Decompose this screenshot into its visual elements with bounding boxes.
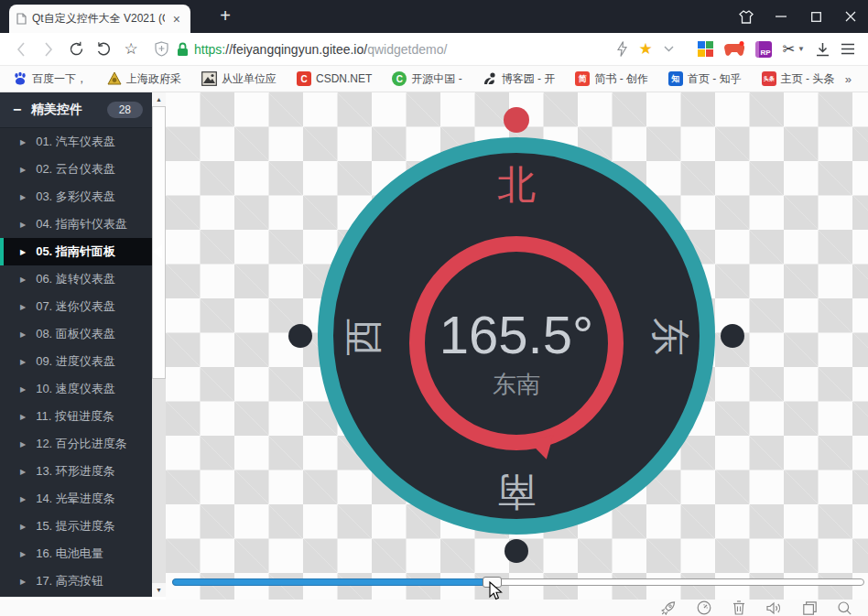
bookmark-label: 上海政府采	[126, 71, 181, 87]
demo-canvas: 北 西 东 南 165.5° 东南	[166, 92, 868, 600]
menu-icon[interactable]	[841, 43, 855, 55]
new-tab-button[interactable]: +	[212, 4, 238, 29]
sidebar-item-13[interactable]: ▶13. 环形进度条	[0, 458, 152, 485]
lightning-boost-icon[interactable]	[617, 41, 627, 57]
booster-rocket-icon[interactable]	[661, 601, 676, 615]
bookmark-cnblogs[interactable]: 博客园 - 开	[483, 71, 556, 87]
sidebar: − 精美控件 28 ▶01. 汽车仪表盘 ▶02. 云台仪表盘 ▶03. 多彩仪…	[0, 92, 152, 597]
compass-east-label: 东	[646, 313, 693, 361]
restore-session-icon[interactable]	[90, 41, 117, 57]
csdn-icon: C	[297, 71, 311, 86]
sidebar-item-09[interactable]: ▶09. 进度仪表盘	[0, 348, 152, 375]
sidebar-item-03[interactable]: ▶03. 多彩仪表盘	[0, 183, 152, 211]
back-icon[interactable]	[7, 42, 35, 57]
sidebar-item-04[interactable]: ▶04. 指南针仪表盘	[0, 211, 152, 238]
sidebar-group-header[interactable]: − 精美控件 28	[0, 92, 152, 128]
favorited-star-icon[interactable]: ★	[638, 39, 652, 59]
sidebar-item-label: 17. 高亮按钮	[36, 573, 103, 589]
volume-icon[interactable]	[766, 601, 782, 615]
minimize-button[interactable]	[764, 0, 798, 33]
url-scheme: https:	[194, 42, 225, 57]
shield-adblock-icon[interactable]	[154, 41, 169, 57]
bookmarks-overflow-chevron[interactable]: »	[845, 72, 852, 86]
bookmark-oschina[interactable]: C 开源中国 -	[392, 71, 461, 87]
bookmark-zhihu[interactable]: 知 首页 - 知乎	[668, 71, 742, 87]
sidebar-item-17[interactable]: ▶17. 高亮按钮	[0, 567, 152, 595]
sidebar-item-label: 11. 按钮进度条	[36, 408, 114, 425]
sidebar-item-label: 14. 光晕进度条	[36, 491, 115, 507]
caret-right-icon: ▶	[20, 193, 26, 201]
sidebar-item-12[interactable]: ▶12. 百分比进度条	[0, 430, 152, 458]
resize-handle-top[interactable]	[504, 107, 529, 133]
bookmarks-bar: 百度一下， 上海政府采 从业单位应 C CSDN.NET C 开源中国 - 博客…	[0, 66, 868, 92]
resize-handle-left[interactable]	[288, 324, 312, 348]
sidebar-item-05-selected[interactable]: ▶05. 指南针面板	[0, 238, 152, 265]
rp-extension-icon[interactable]: RP	[755, 41, 772, 58]
multi-window-icon[interactable]	[803, 601, 817, 615]
close-button[interactable]	[833, 0, 868, 33]
scrollbar-thumb[interactable]	[152, 106, 166, 379]
sidebar-item-02[interactable]: ▶02. 云台仪表盘	[0, 156, 152, 183]
theme-skin-icon[interactable]	[729, 0, 764, 33]
trash-icon[interactable]	[732, 600, 745, 615]
bookmark-star-icon[interactable]: ☆	[117, 39, 145, 59]
bookmark-toutiao[interactable]: 头条 主页 - 头条	[762, 71, 835, 87]
rp-extension-label: RP	[761, 49, 771, 57]
speed-dial-icon[interactable]	[697, 600, 711, 615]
collapse-minus-icon[interactable]: −	[13, 102, 31, 118]
scroll-down-icon[interactable]: ▼	[152, 583, 166, 597]
url-host: //feiyangqingyun.gitee.io/	[225, 42, 367, 57]
sidebar-item-label: 15. 提示进度条	[36, 518, 115, 535]
sidebar-item-06[interactable]: ▶06. 旋转仪表盘	[0, 265, 152, 293]
url-text[interactable]: https://feiyangqingyun.gitee.io/qwidgetd…	[194, 42, 447, 57]
status-bar	[0, 600, 868, 616]
chevron-down-icon[interactable]	[664, 46, 674, 52]
caret-right-icon: ▶	[20, 495, 26, 503]
resize-handle-right[interactable]	[721, 324, 744, 348]
sidebar-item-14[interactable]: ▶14. 光晕进度条	[0, 485, 152, 513]
sidebar-item-16[interactable]: ▶16. 电池电量	[0, 540, 152, 567]
caret-right-icon: ▶	[20, 550, 26, 558]
search-zoom-icon[interactable]	[838, 601, 852, 615]
download-icon[interactable]	[816, 42, 830, 57]
bookmark-label: 主页 - 头条	[781, 71, 835, 87]
game-center-icon[interactable]	[724, 41, 744, 57]
maximize-button[interactable]	[798, 0, 833, 33]
tab-close-icon[interactable]: ×	[170, 12, 183, 27]
caret-right-icon: ▶	[20, 413, 26, 421]
extensions-grid-icon[interactable]	[698, 41, 713, 57]
selected-pointer-icon	[153, 244, 162, 259]
sidebar-item-label: 07. 迷你仪表盘	[36, 298, 115, 315]
sidebar-item-10[interactable]: ▶10. 速度仪表盘	[0, 375, 152, 403]
bookmark-csdn[interactable]: C CSDN.NET	[297, 71, 372, 86]
bookmark-label: 开源中国 -	[411, 71, 461, 87]
bookmark-label: 简书 - 创作	[594, 71, 648, 87]
bookmark-jianshu[interactable]: 简 简书 - 创作	[575, 71, 648, 87]
caret-right-icon: ▶	[20, 523, 26, 531]
refresh-icon[interactable]	[62, 41, 90, 57]
sidebar-item-08[interactable]: ▶08. 面板仪表盘	[0, 320, 152, 348]
bookmark-shanghai-gov[interactable]: 上海政府采	[107, 71, 181, 87]
cnblogs-icon	[483, 71, 497, 86]
scrollbar-track[interactable]	[152, 379, 166, 583]
sidebar-item-01[interactable]: ▶01. 汽车仪表盘	[0, 128, 152, 156]
forward-icon[interactable]	[35, 42, 62, 57]
screenshot-tool[interactable]: ✂▼	[783, 40, 805, 58]
sidebar-item-07[interactable]: ▶07. 迷你仪表盘	[0, 293, 152, 320]
baidu-paw-icon	[13, 71, 27, 86]
sidebar-item-label: 12. 百分比进度条	[36, 436, 127, 452]
gov-emblem-icon	[107, 71, 122, 86]
sidebar-item-15[interactable]: ▶15. 提示进度条	[0, 513, 152, 540]
sidebar-item-label: 16. 电池电量	[36, 546, 103, 562]
caret-right-icon: ▶	[20, 385, 26, 394]
tab-bar: Qt自定义控件大全 V2021 (Q × +	[0, 0, 868, 33]
bookmark-baidu[interactable]: 百度一下，	[13, 71, 87, 87]
sidebar-scrollbar[interactable]: ▲ ▼	[152, 92, 166, 597]
browser-tab[interactable]: Qt自定义控件大全 V2021 (Q ×	[9, 5, 190, 33]
resize-handle-bottom[interactable]	[505, 539, 528, 563]
address-bar[interactable]: https://feiyangqingyun.gitee.io/qwidgetd…	[154, 41, 617, 57]
tab-title: Qt自定义控件大全 V2021 (Q	[32, 11, 165, 27]
bookmark-congye[interactable]: 从业单位应	[201, 71, 277, 87]
scroll-up-icon[interactable]: ▲	[152, 92, 166, 106]
sidebar-item-11[interactable]: ▶11. 按钮进度条	[0, 403, 152, 430]
